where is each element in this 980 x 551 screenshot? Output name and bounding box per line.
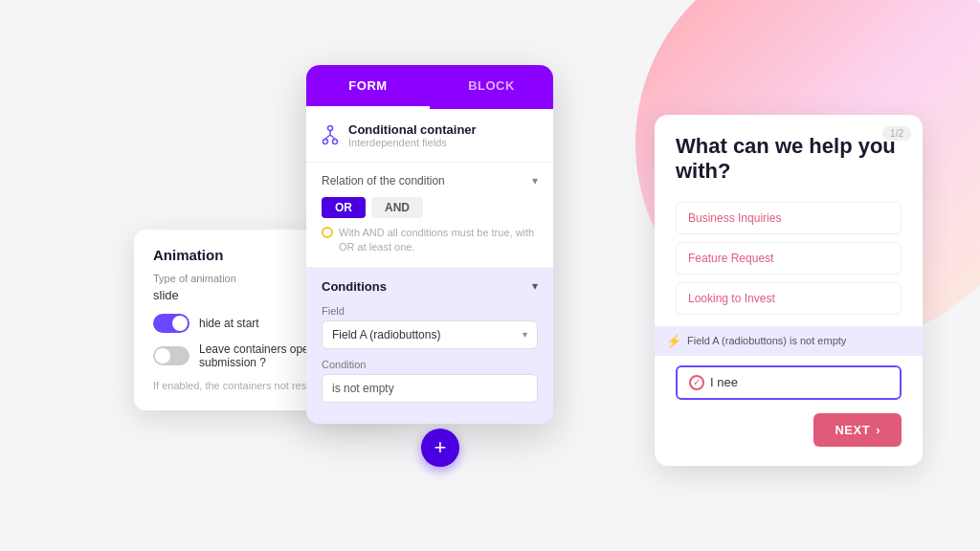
svg-line-2	[325, 135, 330, 139]
form-preview-inner: 1/2 What can we help you with? Business …	[655, 115, 923, 315]
next-button-row: NEXT ›	[655, 400, 923, 447]
conditions-chevron-icon: ▾	[532, 279, 538, 293]
conditions-tabs: FORM BLOCK	[306, 65, 553, 109]
tab-form[interactable]: FORM	[306, 65, 430, 109]
form-preview-title: What can we help you with?	[676, 134, 902, 185]
condition-input[interactable]: is not empty	[322, 374, 538, 403]
conditional-icon	[322, 125, 339, 146]
field-group: Field Field A (radiobuttons) ▾	[322, 305, 538, 349]
cc-sub: Interdependent fields	[348, 137, 477, 148]
form-option-0[interactable]: Business Inquiries	[676, 202, 902, 234]
hide-at-start-toggle[interactable]	[153, 314, 189, 333]
conditional-container-text: Conditional container Interdependent fie…	[348, 122, 477, 148]
field-dropdown[interactable]: Field A (radiobuttons) ▾	[322, 320, 538, 349]
conditional-container-row: Conditional container Interdependent fie…	[306, 109, 553, 163]
or-and-row: OR AND	[322, 197, 538, 218]
or-button[interactable]: OR	[322, 197, 366, 218]
text-input-inner: ✓ I nee	[676, 365, 902, 400]
text-input-value[interactable]: I nee	[710, 375, 738, 389]
cc-title: Conditional container	[348, 122, 477, 137]
field-group-label: Field	[322, 305, 538, 317]
next-button[interactable]: NEXT ›	[813, 413, 902, 447]
conditions-body: Conditional container Interdependent fie…	[306, 109, 553, 424]
text-input-check-icon: ✓	[689, 375, 704, 390]
check-mark-icon: ✓	[693, 377, 701, 387]
hint-dot-icon	[322, 227, 333, 238]
form-option-1[interactable]: Feature Request	[676, 242, 902, 275]
form-step-badge: 1/2	[882, 126, 911, 141]
relation-chevron-icon: ▾	[532, 174, 538, 187]
add-condition-button[interactable]: +	[421, 429, 459, 467]
conditions-section-header: Conditions ▾	[322, 279, 538, 294]
relation-hint: With AND all conditions must be true, wi…	[322, 226, 538, 255]
conditional-icon-svg	[322, 125, 339, 146]
and-button[interactable]: AND	[371, 197, 423, 218]
form-option-2[interactable]: Looking to Invest	[676, 282, 902, 315]
relation-section: Relation of the condition ▾ OR AND With …	[306, 163, 553, 268]
tab-block[interactable]: BLOCK	[430, 65, 553, 109]
condition-bar-icon: ⚡	[666, 334, 681, 348]
relation-label: Relation of the condition ▾	[322, 174, 538, 187]
form-preview-panel: 1/2 What can we help you with? Business …	[655, 115, 923, 466]
leave-containers-toggle[interactable]	[153, 346, 189, 365]
svg-point-5	[333, 139, 338, 143]
dropdown-arrow-icon: ▾	[523, 329, 527, 340]
condition-bar: ⚡ Field A (radiobuttons) is not empty	[655, 326, 923, 356]
condition-group: Condition is not empty	[322, 359, 538, 403]
conditions-panel: FORM BLOCK Conditional container	[306, 65, 553, 424]
toggle1-label: hide at start	[199, 317, 259, 330]
condition-group-label: Condition	[322, 359, 538, 370]
scene: Animation Type of animation slide hide a…	[0, 0, 980, 551]
svg-point-0	[328, 125, 333, 130]
svg-line-3	[330, 135, 335, 139]
text-input-row: ✓ I nee	[655, 365, 923, 400]
conditions-section: Conditions ▾ Field Field A (radiobuttons…	[306, 268, 553, 424]
conditions-section-title: Conditions	[322, 279, 387, 294]
svg-point-4	[323, 139, 328, 143]
